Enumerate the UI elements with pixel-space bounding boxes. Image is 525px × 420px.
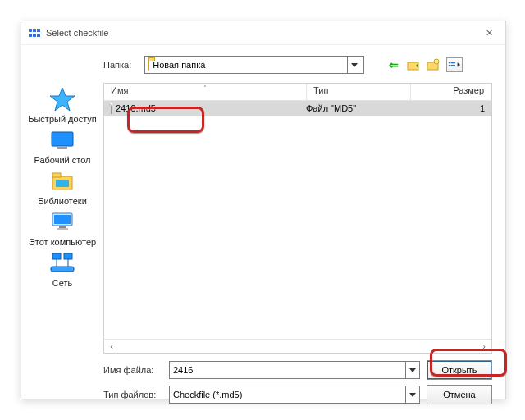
svg-point-8 [434, 59, 439, 64]
column-type[interactable]: Тип [307, 84, 411, 100]
svg-rect-25 [51, 267, 74, 272]
svg-rect-11 [451, 62, 455, 63]
svg-rect-5 [37, 34, 40, 37]
folder-icon [148, 60, 149, 70]
svg-rect-24 [64, 253, 72, 259]
svg-rect-23 [52, 253, 61, 259]
svg-rect-20 [54, 215, 71, 224]
chevron-down-icon [351, 63, 358, 67]
filename-dropdown-button[interactable] [405, 362, 419, 378]
network-icon [49, 250, 75, 276]
filename-input[interactable]: 2416 [169, 361, 420, 379]
open-file-dialog: Select checkfile ✕ Папка: Новая папка ⇐ [21, 21, 506, 399]
scroll-right-icon[interactable]: › [478, 341, 490, 351]
svg-rect-0 [29, 29, 32, 32]
filename-label: Имя файла: [103, 365, 162, 375]
horizontal-scrollbar[interactable]: ‹ › [104, 339, 491, 353]
quick-access-icon [49, 86, 75, 112]
folder-current: Новая папка [153, 60, 347, 70]
column-headers[interactable]: Имя˄ Тип Размер [104, 84, 491, 101]
svg-rect-21 [59, 226, 66, 228]
filetype-label: Тип файлов: [103, 390, 162, 399]
places-bar: Быстрый доступ Рабочий стол Библиотеки Э… [21, 83, 103, 354]
place-libraries[interactable]: Библиотеки [25, 168, 99, 206]
svg-rect-14 [52, 132, 73, 146]
place-this-pc[interactable]: Этот компьютер [25, 209, 99, 247]
filetype-select[interactable]: Checkfile (*.md5) [169, 386, 420, 404]
svg-rect-2 [37, 29, 40, 32]
this-pc-icon [49, 209, 75, 235]
svg-rect-1 [33, 29, 36, 32]
file-icon [111, 103, 112, 113]
app-icon [28, 26, 41, 39]
filetype-dropdown-button[interactable] [405, 386, 419, 403]
titlebar: Select checkfile ✕ [21, 21, 505, 45]
libraries-icon [49, 168, 75, 194]
folder-combo[interactable]: Новая папка [144, 56, 364, 74]
place-quick-access[interactable]: Быстрый доступ [25, 86, 99, 124]
svg-rect-22 [57, 228, 68, 230]
svg-rect-3 [29, 34, 32, 37]
filetype-value: Checkfile (*.md5) [170, 390, 405, 399]
close-icon: ✕ [486, 28, 493, 39]
back-icon[interactable]: ⇐ [387, 58, 400, 71]
sort-asc-icon: ˄ [203, 84, 207, 92]
place-desktop[interactable]: Рабочий стол [25, 127, 99, 165]
file-list: Имя˄ Тип Размер 2416.md5 Файл "MD5" 1 ‹ … [103, 83, 492, 354]
up-one-level-icon[interactable] [407, 58, 420, 71]
svg-rect-12 [451, 65, 455, 66]
desktop-icon [49, 127, 75, 153]
folder-label: Папка: [103, 60, 131, 70]
cancel-button[interactable]: Отмена [427, 385, 492, 404]
file-row[interactable]: 2416.md5 Файл "MD5" 1 [104, 101, 491, 116]
chevron-down-icon [409, 368, 416, 372]
place-network[interactable]: Сеть [25, 250, 99, 288]
folder-dropdown-button[interactable] [347, 57, 361, 73]
column-size[interactable]: Размер [411, 84, 491, 100]
file-type: Файл "MD5" [306, 103, 403, 113]
column-name[interactable]: Имя˄ [104, 84, 307, 100]
new-folder-icon[interactable] [427, 58, 440, 71]
svg-rect-18 [56, 180, 69, 187]
svg-rect-9 [449, 62, 450, 63]
window-title: Select checkfile [46, 28, 472, 38]
svg-rect-15 [57, 147, 67, 149]
svg-rect-17 [52, 173, 61, 177]
file-name: 2416.md5 [116, 103, 156, 113]
open-button[interactable]: Открыть [427, 360, 492, 380]
svg-rect-10 [449, 65, 450, 66]
close-button[interactable]: ✕ [472, 21, 505, 44]
scroll-left-icon[interactable]: ‹ [106, 341, 117, 351]
chevron-down-icon [409, 393, 416, 397]
filename-value: 2416 [170, 365, 405, 375]
svg-rect-4 [33, 34, 36, 37]
svg-marker-13 [50, 88, 75, 111]
file-size: 1 [403, 103, 491, 113]
views-button[interactable] [446, 57, 463, 72]
